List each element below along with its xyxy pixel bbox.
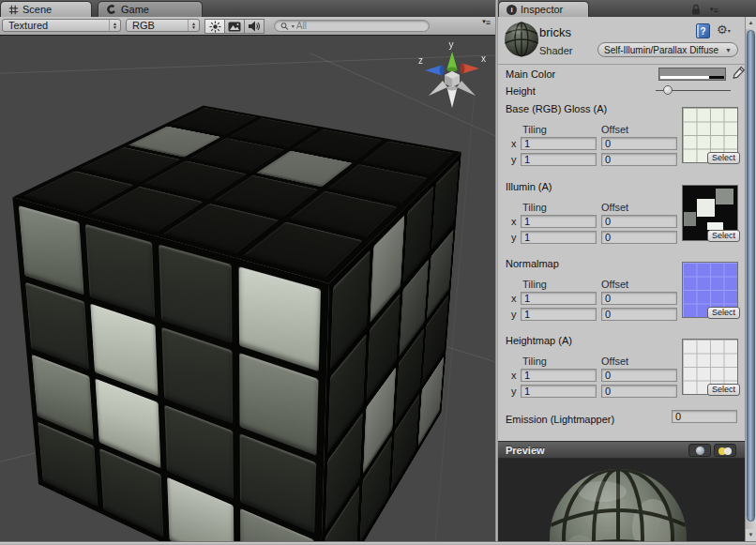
scene-search-field[interactable]: ▾ (274, 20, 430, 32)
texture-slot-title: Heightmap (A) (506, 335, 572, 346)
cube-tile (159, 244, 233, 342)
offset-header: Offset (601, 202, 628, 213)
offset-y-input[interactable] (601, 385, 677, 398)
preview-title: Preview (506, 445, 545, 456)
texture-slot-base: Base (RGB) Gloss (A) Tiling Offset x y S… (498, 103, 744, 178)
offset-header: Offset (601, 356, 628, 367)
image-icon (228, 22, 241, 32)
eyedropper-icon[interactable] (731, 66, 746, 81)
gizmo-z-axis[interactable] (425, 66, 444, 76)
texture-slot-normalmap: Normalmap Tiling Offset x y Select (498, 258, 744, 333)
tiling-x-input[interactable] (521, 369, 597, 382)
tiling-y-input[interactable] (521, 153, 597, 166)
tiling-header: Tiling (522, 279, 547, 290)
offset-y-input[interactable] (601, 231, 677, 244)
lighting-toggle-button[interactable] (204, 19, 225, 34)
tiling-header: Tiling (522, 356, 547, 367)
scene-panel: Scene Game Textured ▲▼ RGB ▲▼ (0, 0, 495, 541)
emission-input[interactable] (672, 410, 737, 423)
cube-tile (19, 205, 84, 295)
select-texture-button[interactable]: Select (707, 230, 740, 242)
tiling-y-input[interactable] (521, 385, 597, 398)
inspector-panel: i Inspector ▾≡ (498, 0, 756, 541)
tab-scene-label: Scene (23, 4, 52, 15)
scroll-up-icon[interactable]: ▲ (746, 17, 756, 29)
tiling-y-input[interactable] (521, 231, 597, 244)
preview-sphere-button[interactable] (688, 444, 711, 457)
search-input[interactable] (296, 21, 423, 31)
height-slider[interactable] (656, 84, 731, 96)
select-texture-button[interactable]: Select (707, 384, 740, 396)
offset-x-input[interactable] (601, 137, 677, 150)
render-mode-dropdown[interactable]: Textured ▲▼ (2, 19, 121, 32)
help-icon[interactable]: ? (696, 23, 710, 38)
select-texture-button[interactable]: Select (707, 307, 740, 319)
axis-x-label: x (511, 216, 517, 227)
main-color-swatch[interactable] (658, 68, 726, 81)
texture-thumbnail[interactable]: Select (682, 339, 738, 395)
tab-inspector[interactable]: i Inspector (498, 1, 589, 17)
sun-icon (209, 21, 221, 33)
texture-thumbnail[interactable]: Select (682, 185, 738, 241)
gizmo-x-axis[interactable] (461, 64, 479, 74)
shader-value: Self-Illumin/Parallax Diffuse (604, 45, 725, 55)
texture-thumbnail[interactable]: Select (682, 107, 738, 163)
illumin-texture-square (716, 189, 733, 204)
main-color-label: Main Color (506, 68, 555, 80)
offset-y-input[interactable] (601, 153, 677, 166)
tiling-x-input[interactable] (521, 292, 597, 305)
select-texture-button[interactable]: Select (707, 152, 740, 164)
scene-viewport[interactable]: y x z (0, 36, 495, 541)
preview-lighting-toggle-button[interactable] (714, 444, 736, 457)
axis-x-label: x (511, 293, 517, 304)
search-filter-caret-icon: ▾ (292, 23, 295, 29)
render-mode-value: Textured (8, 20, 109, 31)
window-bottom-edge (0, 541, 756, 545)
tiling-x-input[interactable] (521, 215, 597, 228)
offset-x-input[interactable] (601, 369, 677, 382)
lock-icon[interactable] (691, 4, 701, 15)
preview-header[interactable]: Preview (498, 441, 756, 459)
tiling-x-input[interactable] (521, 137, 597, 150)
preview-material-sphere[interactable] (548, 467, 688, 541)
grid-icon (8, 5, 19, 15)
color-alpha-bar (660, 76, 724, 79)
cube-tile (85, 224, 155, 318)
tiling-header: Tiling (522, 124, 547, 135)
scrollbar-thumb[interactable] (747, 30, 755, 522)
emission-label: Emission (Lightmapper) (506, 414, 614, 425)
inspector-pane-menu-icon[interactable]: ▾≡ (710, 5, 718, 15)
effects-toggle-button[interactable] (224, 19, 245, 34)
gizmo-center-cube[interactable] (445, 71, 460, 87)
gizmo-x-label: x (481, 53, 486, 64)
gizmo-y-axis[interactable] (447, 52, 458, 71)
preview-area[interactable] (498, 459, 745, 541)
axis-y-label: y (511, 154, 517, 165)
inspector-scrollbar[interactable]: ▲ ▼ (745, 17, 756, 541)
offset-header: Offset (601, 124, 628, 135)
tab-scene[interactable]: Scene (0, 1, 92, 17)
shader-dropdown[interactable]: Self-Illumin/Parallax Diffuse ▼ (597, 42, 738, 57)
axis-y-label: y (511, 386, 517, 397)
scene-pane-menu-icon[interactable]: ▾≡ (482, 17, 491, 27)
offset-y-input[interactable] (601, 308, 677, 321)
slider-knob[interactable] (663, 85, 673, 95)
scroll-down-icon[interactable]: ▼ (746, 529, 756, 541)
axis-y-label: y (511, 232, 517, 243)
texture-slot-illumin: Illumin (A) Tiling Offset x y Select (498, 181, 744, 256)
scene-orientation-gizmo[interactable]: y x z (415, 39, 490, 113)
offset-x-input[interactable] (601, 215, 677, 228)
color-channel-dropdown[interactable]: RGB ▲▼ (126, 19, 200, 32)
offset-x-input[interactable] (601, 292, 677, 305)
light-off-dot-icon (724, 447, 732, 455)
illumin-texture-square (684, 212, 696, 226)
inspector-tabstrip: i Inspector ▾≡ (498, 0, 756, 18)
texture-thumbnail[interactable]: Select (682, 262, 738, 318)
tab-inspector-label: Inspector (521, 4, 563, 15)
material-preview-ball[interactable] (504, 22, 539, 57)
gear-icon[interactable]: ⚙▾ (717, 23, 731, 37)
info-icon: i (507, 5, 517, 15)
tab-game[interactable]: Game (98, 1, 203, 17)
tiling-y-input[interactable] (521, 308, 597, 321)
audio-toggle-button[interactable] (244, 19, 265, 34)
